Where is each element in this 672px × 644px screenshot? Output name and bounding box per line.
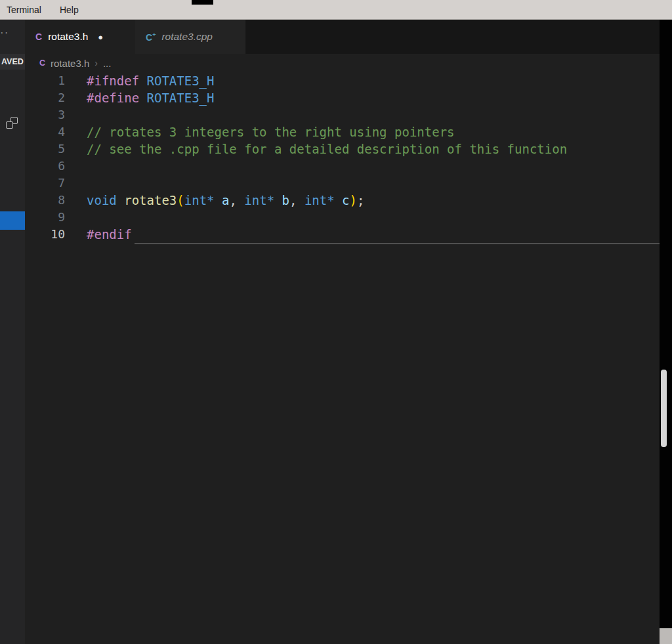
explorer-strip: ·· AVED (0, 20, 25, 644)
corner-fragment (660, 628, 672, 644)
window-fragment (192, 0, 213, 5)
code-lines[interactable]: 1#ifndef ROTATE3_H2#define ROTATE3_H34//… (25, 72, 660, 243)
breadcrumb: C rotate3.h › ... (25, 54, 660, 72)
cursor-line-border (135, 243, 660, 244)
code-token (117, 193, 124, 207)
code-token: // rotates 3 integers to the right using… (87, 125, 455, 139)
code-token: c (342, 193, 349, 207)
breadcrumb-ellipsis[interactable]: ... (103, 58, 112, 69)
code-text: // see the .cpp file for a detailed desc… (87, 140, 567, 158)
code-token (335, 193, 342, 207)
line-number[interactable]: 7 (25, 175, 65, 192)
code-token: int* (184, 193, 215, 207)
unsaved-badge-label: AVED (1, 57, 24, 66)
split-editor-icon[interactable] (6, 117, 18, 129)
code-line[interactable]: 3 (25, 106, 660, 123)
code-line[interactable]: 8void rotate3(int* a, int* b, int* c); (25, 192, 660, 209)
tab-label: rotate3.cpp (161, 31, 213, 43)
menu-item-help[interactable]: Help (60, 5, 79, 15)
code-token: a (222, 193, 229, 207)
menu-bar: Terminal Help (0, 0, 672, 20)
code-line[interactable]: 2#define ROTATE3_H (25, 89, 660, 106)
code-line[interactable]: 1#ifndef ROTATE3_H (25, 72, 660, 89)
line-number[interactable]: 4 (25, 123, 65, 140)
unsaved-badge: AVED (0, 54, 25, 70)
code-token: int* (244, 193, 274, 207)
code-token (215, 193, 222, 207)
code-token: ; (357, 193, 364, 207)
vscode-window: Terminal Help ·· AVED C rotate3.h ● C+ r… (0, 0, 672, 644)
code-token: ROTATE3_H (147, 91, 215, 105)
code-token: // see the .cpp file for a detailed desc… (87, 142, 567, 156)
breadcrumb-file-icon: C (39, 58, 45, 68)
line-number[interactable]: 5 (25, 140, 65, 158)
tab-label: rotate3.h (48, 31, 88, 43)
cpp-file-icon: C+ (146, 32, 156, 43)
code-token: void (87, 193, 117, 207)
code-token (139, 91, 146, 105)
split-editor-icon-front (6, 121, 13, 129)
breadcrumb-file[interactable]: rotate3.h (51, 58, 89, 69)
code-token: #endif (87, 227, 132, 242)
line-number[interactable]: 1 (25, 72, 65, 89)
code-line[interactable]: 9 (25, 209, 660, 226)
line-number[interactable]: 3 (25, 106, 65, 123)
code-token: #ifndef (87, 74, 139, 88)
c-file-icon: C (35, 32, 42, 42)
overflow-dots: ·· (0, 26, 9, 39)
code-line[interactable]: 7 (25, 175, 660, 192)
code-line[interactable]: 4// rotates 3 integers to the right usin… (25, 123, 660, 140)
line-number[interactable]: 9 (25, 209, 65, 226)
line-number[interactable]: 8 (25, 192, 65, 209)
code-token: #define (87, 91, 139, 105)
tab-rotate3-cpp[interactable]: C+ rotate3.cpp (135, 20, 246, 54)
scrollbar-track[interactable] (660, 20, 672, 644)
code-text: // rotates 3 integers to the right using… (87, 123, 455, 140)
code-text: #define ROTATE3_H (87, 89, 214, 106)
modified-dot-icon[interactable]: ● (98, 32, 103, 42)
code-text: void rotate3(int* a, int* b, int* c); (87, 192, 364, 209)
code-line[interactable]: 10#endif (25, 226, 660, 243)
code-token: int* (304, 193, 335, 207)
code-token: b (282, 193, 289, 207)
code-token: ( (177, 193, 184, 207)
code-token: ) (350, 193, 357, 207)
code-token: ROTATE3_H (147, 74, 215, 88)
line-number[interactable]: 2 (25, 89, 65, 106)
menu-item-terminal[interactable]: Terminal (7, 5, 41, 15)
code-token: , (229, 193, 244, 207)
chevron-right-icon: › (94, 58, 98, 68)
code-text: #ifndef ROTATE3_H (87, 72, 214, 89)
selected-file-highlight[interactable] (0, 211, 25, 230)
code-line[interactable]: 5// see the .cpp file for a detailed des… (25, 140, 660, 158)
code-token: , (289, 193, 304, 207)
tab-rotate3-h[interactable]: C rotate3.h ● (25, 20, 135, 54)
code-line[interactable]: 6 (25, 158, 660, 175)
line-number[interactable]: 10 (25, 226, 65, 243)
editor-pane: C rotate3.h ● C+ rotate3.cpp C rotate3.h… (25, 20, 660, 644)
line-number[interactable]: 6 (25, 158, 65, 175)
code-text: #endif (87, 226, 132, 243)
tab-bar: C rotate3.h ● C+ rotate3.cpp (25, 20, 660, 54)
code-token: rotate3 (124, 193, 177, 207)
code-token (274, 193, 282, 207)
code-token (139, 74, 146, 88)
cpp-file-icon-plus: + (152, 32, 156, 38)
scrollbar-thumb[interactable] (661, 370, 667, 447)
